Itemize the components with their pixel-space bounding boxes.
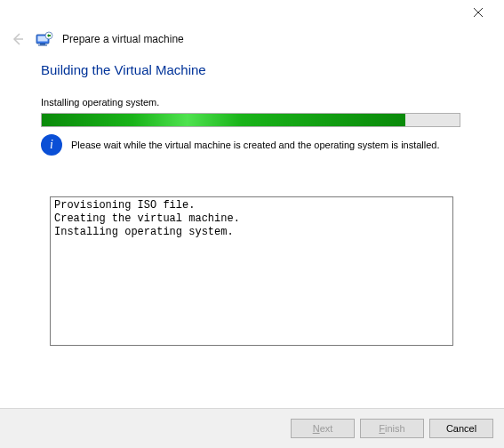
progress-bar: [41, 113, 460, 127]
finish-button: Finish: [360, 419, 424, 438]
cancel-button[interactable]: Cancel: [429, 419, 493, 438]
back-arrow-icon: [11, 32, 25, 46]
info-row: i Please wait while the virtual machine …: [41, 134, 463, 156]
vm-wizard-icon: [36, 31, 53, 47]
content-area: Building the Virtual Machine Installing …: [0, 57, 504, 346]
page-heading: Building the Virtual Machine: [41, 62, 463, 77]
info-icon: i: [41, 134, 62, 156]
status-text: Installing operating system.: [41, 97, 463, 108]
close-icon: [474, 8, 483, 17]
finish-rest: inish: [385, 423, 405, 434]
svg-rect-5: [40, 44, 45, 45]
close-button[interactable]: [460, 0, 497, 25]
header-row: Prepare a virtual machine: [0, 25, 504, 57]
progress-fill: [42, 114, 405, 126]
log-output[interactable]: Provisioning ISO file. Creating the virt…: [50, 196, 453, 346]
titlebar: [0, 0, 504, 25]
footer-bar: Next Finish Cancel: [0, 408, 504, 448]
back-button[interactable]: [9, 30, 27, 48]
next-rest: ext: [320, 423, 333, 434]
window-title: Prepare a virtual machine: [62, 33, 184, 45]
info-text: Please wait while the virtual machine is…: [71, 140, 440, 150]
next-button: Next: [291, 419, 355, 438]
svg-rect-6: [38, 45, 47, 46]
